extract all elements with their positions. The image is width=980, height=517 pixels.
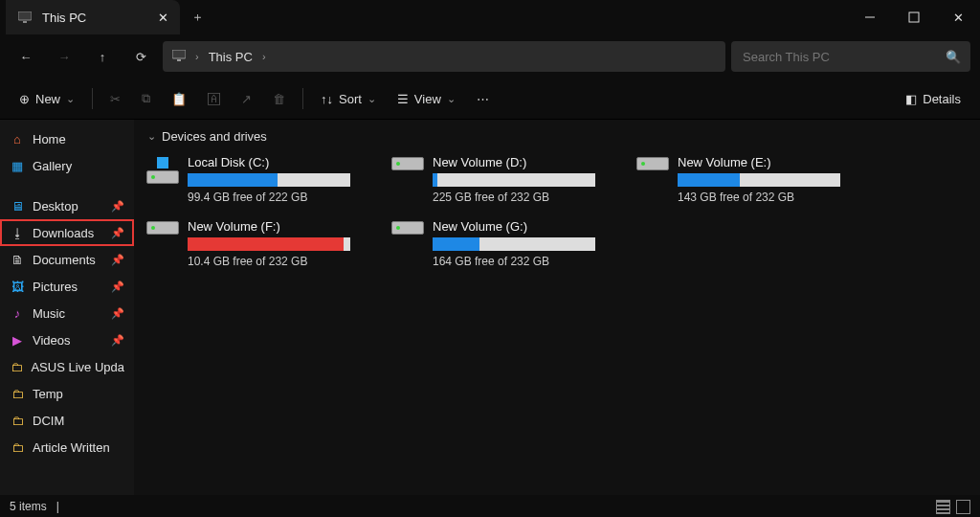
share-icon: ↗ bbox=[241, 92, 252, 106]
rename-icon: 🄰 bbox=[208, 92, 220, 106]
pin-icon[interactable]: 📌 bbox=[111, 227, 124, 239]
sidebar-item-label: Documents bbox=[33, 253, 96, 267]
drive-icon bbox=[635, 155, 670, 204]
drive-free-text: 164 GB free of 232 GB bbox=[433, 255, 612, 268]
drive-name: New Volume (D:) bbox=[433, 155, 612, 169]
capacity-bar bbox=[433, 173, 595, 187]
drive-name: New Volume (E:) bbox=[678, 155, 858, 169]
forward-button[interactable]: → bbox=[48, 40, 80, 73]
windows-icon bbox=[157, 157, 168, 169]
drive-name: New Volume (F:) bbox=[188, 219, 368, 234]
documents-icon: 🗎 bbox=[10, 253, 25, 267]
navigation-bar: ← → ↑ ⟳ › This PC › 🔍 bbox=[0, 34, 980, 79]
svg-rect-0 bbox=[18, 11, 32, 20]
window-tab[interactable]: This PC ✕ bbox=[6, 0, 180, 34]
scissors-icon: ✂ bbox=[110, 92, 121, 106]
capacity-bar bbox=[188, 173, 350, 187]
command-bar: ⊕New⌄ ✂ ⧉ 📋 🄰 ↗ 🗑 ↑↓Sort⌄ ☰View⌄ ⋯ ◧Deta… bbox=[0, 79, 980, 120]
sidebar-item-pictures[interactable]: 🖼 Pictures 📌 bbox=[0, 273, 134, 300]
new-button[interactable]: ⊕New⌄ bbox=[10, 84, 84, 113]
address-bar[interactable]: › This PC › bbox=[163, 41, 725, 72]
music-icon: ♪ bbox=[10, 306, 25, 321]
sidebar-item-music[interactable]: ♪ Music 📌 bbox=[0, 300, 134, 326]
chevron-down-icon: ⌄ bbox=[147, 130, 156, 143]
search-box[interactable]: 🔍 bbox=[731, 41, 970, 72]
svg-rect-1 bbox=[23, 21, 27, 23]
rename-button[interactable]: 🄰 bbox=[198, 84, 230, 113]
details-pane-button[interactable]: ◧Details bbox=[896, 84, 970, 113]
breadcrumb-location[interactable]: This PC bbox=[209, 50, 253, 64]
pin-icon[interactable]: 📌 bbox=[111, 200, 124, 213]
drive-item[interactable]: New Volume (G:) 164 GB free of 232 GB bbox=[387, 215, 616, 272]
navigation-pane: ⌂ Home ▦ Gallery 🖥 Desktop 📌 ⭳ Downloads… bbox=[0, 120, 134, 495]
refresh-button[interactable]: ⟳ bbox=[124, 40, 157, 73]
tiles-view-button[interactable] bbox=[956, 500, 970, 514]
view-button[interactable]: ☰View⌄ bbox=[388, 84, 465, 113]
drive-icon bbox=[145, 219, 180, 268]
this-pc-icon bbox=[17, 11, 33, 23]
clipboard-icon: 📋 bbox=[171, 92, 187, 106]
chevron-right-icon[interactable]: › bbox=[262, 51, 266, 62]
group-header[interactable]: ⌄ Devices and drives bbox=[147, 129, 972, 144]
pin-icon[interactable]: 📌 bbox=[111, 254, 124, 266]
plus-icon: ⊕ bbox=[19, 92, 30, 106]
drive-item[interactable]: New Volume (D:) 225 GB free of 232 GB bbox=[387, 151, 616, 208]
delete-button[interactable]: 🗑 bbox=[263, 84, 295, 113]
sort-button[interactable]: ↑↓Sort⌄ bbox=[311, 84, 386, 113]
separator bbox=[302, 88, 303, 109]
up-button[interactable]: ↑ bbox=[86, 40, 119, 73]
drive-icon bbox=[390, 219, 425, 268]
new-tab-button[interactable]: ＋ bbox=[180, 0, 214, 34]
sidebar-item-desktop[interactable]: 🖥 Desktop 📌 bbox=[0, 192, 134, 219]
sidebar-item-asus live upda[interactable]: 🗀 ASUS Live Upda bbox=[0, 353, 134, 380]
sidebar-item-label: Pictures bbox=[33, 280, 78, 294]
sidebar-item-label: Videos bbox=[33, 333, 71, 348]
sidebar-item-label: Desktop bbox=[33, 199, 78, 214]
sidebar-item-gallery[interactable]: ▦ Gallery bbox=[0, 152, 134, 179]
close-tab-icon[interactable]: ✕ bbox=[155, 11, 170, 25]
drive-item[interactable]: New Volume (E:) 143 GB free of 232 GB bbox=[632, 151, 861, 208]
drive-free-text: 99.4 GB free of 222 GB bbox=[188, 191, 368, 204]
sidebar-item-documents[interactable]: 🗎 Documents 📌 bbox=[0, 246, 134, 273]
minimize-button[interactable] bbox=[848, 0, 892, 34]
svg-rect-4 bbox=[172, 50, 186, 58]
sidebar-item-article written[interactable]: 🗀 Article Written bbox=[0, 434, 134, 461]
sidebar-item-dcim[interactable]: 🗀 DCIM bbox=[0, 407, 134, 434]
sidebar-item-label: Music bbox=[33, 306, 65, 321]
titlebar: This PC ✕ ＋ ✕ bbox=[0, 0, 980, 34]
details-view-button[interactable] bbox=[936, 500, 950, 514]
chevron-down-icon: ⌄ bbox=[66, 93, 75, 105]
pin-icon[interactable]: 📌 bbox=[111, 307, 124, 320]
capacity-bar bbox=[433, 237, 595, 251]
maximize-button[interactable] bbox=[892, 0, 936, 34]
sidebar-item-temp[interactable]: 🗀 Temp bbox=[0, 380, 134, 407]
drive-item[interactable]: Local Disk (C:) 99.4 GB free of 222 GB bbox=[142, 151, 371, 208]
share-button[interactable]: ↗ bbox=[232, 84, 261, 113]
tab-title: This PC bbox=[42, 11, 145, 25]
sidebar-item-label: Downloads bbox=[33, 226, 94, 240]
pictures-icon: 🖼 bbox=[10, 280, 25, 294]
sidebar-item-label: Article Written bbox=[33, 440, 110, 455]
folder-icon: 🗀 bbox=[10, 414, 25, 428]
chevron-right-icon[interactable]: › bbox=[195, 51, 199, 62]
sidebar-item-home[interactable]: ⌂ Home bbox=[0, 125, 134, 152]
pin-icon[interactable]: 📌 bbox=[111, 281, 124, 293]
cut-button[interactable]: ✂ bbox=[100, 84, 130, 113]
close-window-button[interactable]: ✕ bbox=[936, 0, 980, 34]
sidebar-item-label: ASUS Live Upda bbox=[31, 360, 124, 374]
back-button[interactable]: ← bbox=[10, 40, 42, 73]
more-button[interactable]: ⋯ bbox=[467, 84, 499, 113]
drive-item[interactable]: New Volume (F:) 10.4 GB free of 232 GB bbox=[142, 215, 371, 272]
search-input[interactable] bbox=[741, 49, 946, 65]
drive-free-text: 10.4 GB free of 232 GB bbox=[188, 255, 368, 268]
pin-icon[interactable]: 📌 bbox=[111, 334, 124, 347]
copy-button[interactable]: ⧉ bbox=[132, 84, 160, 113]
desktop-icon: 🖥 bbox=[10, 199, 25, 214]
content-area: ⌄ Devices and drives Local Disk (C:) 99.… bbox=[134, 120, 980, 495]
sidebar-item-videos[interactable]: ▶ Videos 📌 bbox=[0, 326, 134, 353]
sidebar-item-downloads[interactable]: ⭳ Downloads 📌 bbox=[0, 219, 134, 246]
drive-name: New Volume (G:) bbox=[433, 219, 612, 234]
separator bbox=[92, 88, 93, 109]
separator: | bbox=[56, 500, 59, 513]
paste-button[interactable]: 📋 bbox=[162, 84, 196, 113]
